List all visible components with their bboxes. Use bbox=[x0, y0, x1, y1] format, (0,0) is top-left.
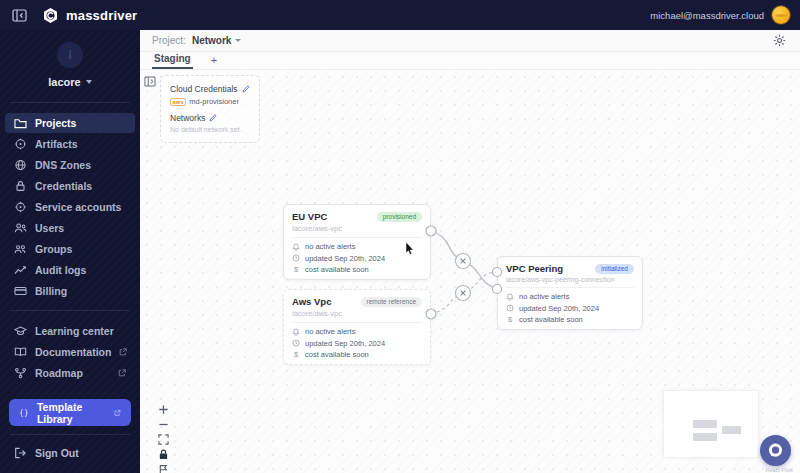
status-badge: remote reference bbox=[361, 297, 423, 307]
sidebar-item-audit-logs[interactable]: Audit logs bbox=[5, 260, 135, 280]
bell-icon bbox=[292, 243, 300, 251]
user-avatar[interactable] bbox=[772, 6, 790, 24]
defaults-panel: Cloud Credentials aws md-provisioner Net… bbox=[160, 75, 260, 143]
node-eu-vpc[interactable]: EU VPC provisioned lacore/aws-vpc no act… bbox=[283, 204, 431, 280]
zoom-in-button[interactable] bbox=[157, 403, 170, 415]
folder-icon bbox=[14, 117, 27, 129]
graph-canvas[interactable]: Cloud Credentials aws md-provisioner Net… bbox=[140, 70, 800, 473]
reactflow-attribution: React Flow bbox=[765, 467, 793, 473]
status-badge: initialized bbox=[595, 264, 634, 274]
minimap[interactable] bbox=[663, 390, 759, 458]
node-package: lacore/aws-vpc bbox=[292, 309, 422, 318]
globe-icon bbox=[14, 159, 27, 171]
credit-card-icon bbox=[14, 285, 27, 297]
networks-empty-text: No default network set. bbox=[170, 126, 250, 133]
lock-interactivity-button[interactable] bbox=[157, 448, 170, 460]
org-avatar[interactable]: l bbox=[57, 42, 83, 68]
credential-value[interactable]: aws md-provisioner bbox=[170, 97, 250, 106]
tab-staging[interactable]: Staging bbox=[152, 53, 193, 69]
clock-icon bbox=[292, 339, 300, 347]
branch-icon bbox=[14, 367, 27, 379]
dollar-icon: $ bbox=[292, 265, 300, 274]
node-package: lacore/aws-vpc bbox=[292, 224, 422, 233]
flag-button[interactable] bbox=[157, 463, 170, 473]
sign-out-icon bbox=[14, 447, 27, 459]
sidebar-item-billing[interactable]: Billing bbox=[5, 281, 135, 301]
org-switcher[interactable]: lacore bbox=[48, 76, 91, 88]
book-icon bbox=[14, 346, 27, 358]
settings-gear-icon[interactable] bbox=[773, 34, 786, 47]
cost-row: $ cost available soon bbox=[506, 315, 634, 324]
user-email: michael@massdriver.cloud bbox=[650, 10, 764, 21]
brand-name: massdriver bbox=[66, 8, 137, 23]
sidebar-item-artifacts[interactable]: Artifacts bbox=[5, 134, 135, 154]
sidebar-item-projects[interactable]: Projects bbox=[5, 113, 135, 133]
edit-pencil-icon[interactable] bbox=[242, 85, 250, 93]
project-label: Project: bbox=[152, 35, 186, 46]
target-icon bbox=[14, 138, 27, 150]
zoom-out-button[interactable] bbox=[157, 418, 170, 430]
sidebar-item-documentation[interactable]: Documentation bbox=[5, 342, 135, 362]
node-title: VPC Peering bbox=[506, 263, 563, 274]
external-link-icon bbox=[118, 369, 126, 377]
alerts-row: no active alerts bbox=[506, 292, 634, 301]
alerts-row: no active alerts bbox=[292, 242, 422, 251]
sidebar-item-learning-center[interactable]: Learning center bbox=[5, 321, 135, 341]
minimap-node bbox=[693, 420, 717, 428]
node-package: lacore/aws-vpc-peering-connection bbox=[506, 276, 634, 283]
environment-tabs: Staging + bbox=[140, 52, 800, 70]
braces-icon bbox=[19, 407, 29, 419]
compass-icon bbox=[14, 201, 27, 213]
minimap-node bbox=[722, 426, 741, 434]
add-environment-button[interactable]: + bbox=[211, 54, 217, 69]
edit-pencil-icon[interactable] bbox=[209, 114, 217, 122]
cost-row: $ cost available soon bbox=[292, 265, 422, 274]
cost-row: $ cost available soon bbox=[292, 350, 422, 359]
sidebar-item-groups[interactable]: Groups bbox=[5, 239, 135, 259]
minimap-node bbox=[693, 433, 717, 441]
sidebar-item-dns-zones[interactable]: DNS Zones bbox=[5, 155, 135, 175]
external-link-icon bbox=[119, 348, 127, 356]
status-badge: provisioned bbox=[377, 212, 422, 222]
chat-widget-button[interactable] bbox=[760, 435, 791, 466]
sidebar-collapse-icon[interactable] bbox=[12, 8, 28, 22]
users-icon bbox=[14, 222, 27, 234]
divider bbox=[10, 102, 130, 103]
sidebar-item-service-accounts[interactable]: Service accounts bbox=[5, 197, 135, 217]
massdriver-app: massdriver michael@massdriver.cloud l la… bbox=[0, 0, 800, 473]
sidebar-item-credentials[interactable]: Credentials bbox=[5, 176, 135, 196]
updated-row: updated Sep 20th, 2024 bbox=[506, 304, 634, 313]
canvas-controls bbox=[157, 403, 170, 473]
divider bbox=[10, 310, 130, 311]
networks-label: Networks bbox=[170, 113, 250, 123]
chevron-down-icon bbox=[86, 80, 92, 84]
dollar-icon: $ bbox=[506, 315, 514, 324]
graduation-cap-icon bbox=[14, 325, 27, 337]
massdriver-logo-icon bbox=[42, 7, 59, 24]
project-selector[interactable]: Network bbox=[192, 35, 241, 46]
brand[interactable]: massdriver bbox=[42, 7, 137, 24]
panel-expand-icon[interactable] bbox=[144, 73, 156, 91]
sign-out-button[interactable]: Sign Out bbox=[0, 439, 140, 469]
sidebar-item-roadmap[interactable]: Roadmap bbox=[5, 363, 135, 383]
clock-icon bbox=[506, 304, 514, 312]
lock-icon bbox=[14, 180, 27, 192]
template-library-button[interactable]: Template Library bbox=[9, 399, 131, 426]
node-title: Aws Vpc bbox=[292, 296, 331, 307]
bell-icon bbox=[292, 328, 300, 336]
fit-view-button[interactable] bbox=[157, 433, 170, 445]
node-vpc-peering[interactable]: VPC Peering initialized lacore/aws-vpc-p… bbox=[497, 256, 643, 330]
updated-row: updated Sep 20th, 2024 bbox=[292, 254, 422, 263]
sidebar: l lacore Projects Artifacts DNS bbox=[0, 30, 140, 473]
dollar-icon: $ bbox=[292, 350, 300, 359]
chat-bubble-icon bbox=[767, 442, 784, 459]
external-link-icon bbox=[114, 409, 121, 417]
alerts-row: no active alerts bbox=[292, 327, 422, 336]
clock-icon bbox=[292, 254, 300, 262]
node-aws-vpc[interactable]: Aws Vpc remote reference lacore/aws-vpc … bbox=[283, 289, 431, 365]
disconnect-edge-button bbox=[456, 254, 471, 269]
bell-icon bbox=[506, 293, 514, 301]
sidebar-item-users[interactable]: Users bbox=[5, 218, 135, 238]
divider bbox=[10, 434, 130, 435]
top-bar: massdriver michael@massdriver.cloud bbox=[0, 0, 800, 30]
